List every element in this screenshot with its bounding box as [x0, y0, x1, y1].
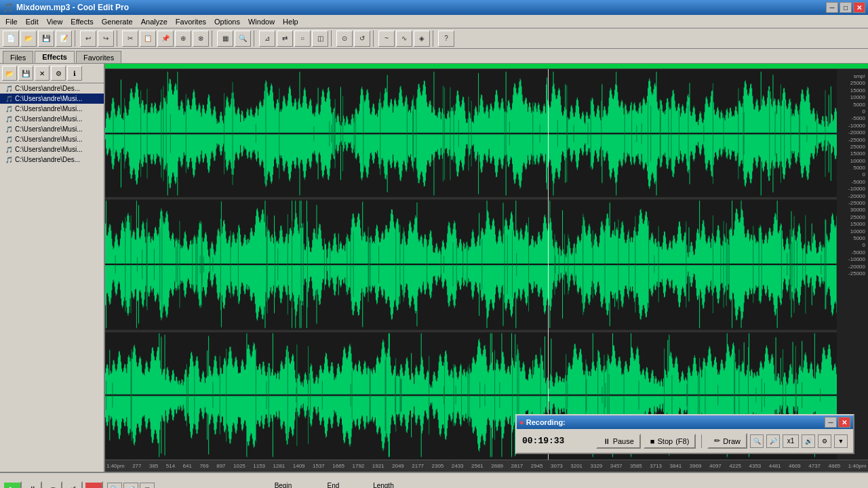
toolbar-open[interactable]: 📂 [20, 30, 37, 47]
pause-button[interactable]: ⏸ [23, 481, 42, 489]
toolbar-wave[interactable]: ∿ [396, 30, 412, 47]
menu-file[interactable]: File [1, 16, 22, 27]
tab-favorites[interactable]: Favorites [76, 51, 121, 63]
ruler-label-6: 897 [216, 463, 225, 469]
db-label-n10000b: -10000 [840, 186, 865, 192]
ruler-label-5: 769 [199, 463, 208, 469]
file-item-4[interactable]: 🎵 C:\Users\andre\Musi... [0, 124, 104, 134]
zoom-in-h-btn[interactable]: 🔍 [107, 483, 122, 489]
toolbar-saveas[interactable]: 📝 [56, 30, 72, 47]
zoom-full-btn[interactable]: ⊞ [140, 483, 155, 489]
toolbar-zoom-sel[interactable]: 🔍 [235, 30, 251, 47]
file-item-6[interactable]: 🎵 C:\Users\andre\Musi... [0, 144, 104, 155]
ruler-label-26: 3457 [610, 463, 623, 469]
ruler-label-35: 4609 [789, 463, 801, 469]
ruler-label-22: 2945 [531, 463, 543, 469]
rec-magnify-out-btn[interactable]: 🔎 [766, 434, 780, 448]
sidebar-props-btn[interactable]: ⚙ [51, 66, 66, 81]
file-item-5[interactable]: 🎵 C:\Users\andre\Musi... [0, 134, 104, 144]
menu-view[interactable]: View [43, 16, 67, 27]
db-label-25000c: 25000 [840, 214, 865, 221]
toolbar-save[interactable]: 💾 [38, 30, 54, 47]
ruler-label-13: 1792 [353, 463, 365, 469]
toolbar-redo[interactable]: ↪ [98, 30, 114, 47]
file-icon-1: 🎵 [5, 96, 13, 102]
toolbar-help[interactable]: ? [438, 30, 454, 47]
ruler-label-37: 4865 [829, 463, 841, 469]
file-item-2[interactable]: 🎵 C:\Users\andre\Musi... [0, 104, 104, 114]
sidebar-close-btn[interactable]: ✕ [35, 66, 50, 81]
toolbar-snap[interactable]: ⊙ [336, 30, 353, 47]
file-item-0[interactable]: 🎵 C:\Users\andre\Des... [0, 83, 104, 94]
toolbar-new[interactable]: 📄 [3, 30, 19, 47]
tab-files[interactable]: Files [3, 51, 33, 63]
menu-effects[interactable]: Effects [66, 16, 97, 27]
db-label-smpl: smp! [840, 73, 865, 80]
db-label-n5000c: -5000 [840, 249, 865, 256]
stop-button[interactable]: ■ [43, 481, 62, 489]
recording-body: 00:19:33 ⏸ Pause ■ Stop (F8) ✏ Draw 🔍 🔎 … [517, 429, 853, 453]
ruler-label-0: 1:40pm [106, 463, 125, 469]
toolbar-paste[interactable]: 📌 [157, 30, 174, 47]
file-icon-4: 🎵 [5, 126, 13, 133]
menu-help[interactable]: Help [279, 16, 302, 27]
rec-pause-btn[interactable]: ⏸ Pause [596, 434, 641, 449]
sidebar-save-btn[interactable]: 💾 [18, 66, 33, 81]
minimize-button[interactable]: ─ [826, 2, 838, 13]
play-button[interactable]: ▶ [3, 481, 22, 489]
maximize-button[interactable]: □ [840, 2, 852, 13]
loop-button[interactable]: ↺ [64, 481, 83, 489]
db-label-n25000b: -25000 [840, 200, 865, 207]
toolbar-select-all[interactable]: ▦ [217, 30, 233, 47]
begin-label [229, 482, 256, 488]
rec-more-btn[interactable]: ▼ [834, 434, 848, 448]
menu-options[interactable]: Options [210, 16, 244, 27]
menu-generate[interactable]: Generate [98, 16, 137, 27]
recording-close-btn[interactable]: ✕ [838, 417, 850, 428]
menu-window[interactable]: Window [244, 16, 279, 27]
ruler-label-18: 2433 [452, 463, 464, 469]
ruler-label-3: 514 [166, 463, 175, 469]
zoom-out-h-btn[interactable]: 🔎 [123, 483, 138, 489]
record-button[interactable]: ● [84, 481, 103, 489]
toolbar-sep3 [212, 30, 214, 47]
rec-vol-btn[interactable]: 🔊 [802, 434, 815, 448]
toolbar-freq[interactable]: ~ [378, 30, 395, 47]
ruler-label-25: 3329 [591, 463, 603, 469]
toolbar-mix[interactable]: ⊗ [193, 30, 209, 47]
waveform-canvas[interactable]: smp! 25000 15000 10000 5000 0 -5000 -100… [105, 69, 868, 460]
recording-minimize-btn[interactable]: ─ [825, 417, 837, 428]
recording-dialog: ● Recording: ─ ✕ 00:19:33 ⏸ Pause ■ Stop… [515, 414, 854, 454]
ruler-label-10: 1409 [293, 463, 305, 469]
ruler-label-16: 2177 [412, 463, 424, 469]
toolbar-sep4 [254, 30, 256, 47]
menu-analyze[interactable]: Analyze [137, 16, 172, 27]
rec-x1-btn[interactable]: x1 [783, 434, 799, 448]
tab-effects[interactable]: Effects [35, 51, 75, 63]
toolbar-trim[interactable]: ◫ [312, 30, 328, 47]
sidebar-open-btn[interactable]: 📂 [2, 66, 17, 81]
file-item-3[interactable]: 🎵 C:\Users\andre\Musi... [0, 114, 104, 124]
toolbar-reverse[interactable]: ⇄ [277, 30, 293, 47]
waveform-area[interactable]: smp! 25000 15000 10000 5000 0 -5000 -100… [105, 64, 868, 472]
rec-magnify-in-btn[interactable]: 🔍 [750, 434, 764, 448]
db-label-n10000a: -10000 [840, 123, 865, 129]
toolbar-copy[interactable]: 📋 [140, 30, 156, 47]
file-item-1[interactable]: 🎵 C:\Users\andre\Musi... [0, 94, 104, 104]
toolbar-loop[interactable]: ↺ [354, 30, 370, 47]
toolbar-cue[interactable]: ◈ [414, 30, 430, 47]
toolbar-silence[interactable]: ○ [294, 30, 311, 47]
file-item-7[interactable]: 🎵 C:\Users\andre\Des... [0, 155, 104, 165]
rec-draw-btn[interactable]: ✏ Draw [707, 433, 747, 449]
db-label-n10000c: -10000 [840, 256, 865, 263]
toolbar-undo[interactable]: ↩ [80, 30, 96, 47]
menu-edit[interactable]: Edit [22, 16, 43, 27]
close-button[interactable]: ✕ [853, 2, 865, 13]
menu-favorites[interactable]: Favorites [172, 16, 210, 27]
rec-stop-btn[interactable]: ■ Stop (F8) [644, 434, 696, 449]
sidebar-info-btn[interactable]: ℹ [67, 66, 82, 81]
toolbar-cut[interactable]: ✂ [122, 30, 138, 47]
rec-settings-btn[interactable]: ⚙ [818, 434, 831, 448]
toolbar-paste-new[interactable]: ⊕ [175, 30, 191, 47]
toolbar-normalize[interactable]: ⊿ [259, 30, 275, 47]
